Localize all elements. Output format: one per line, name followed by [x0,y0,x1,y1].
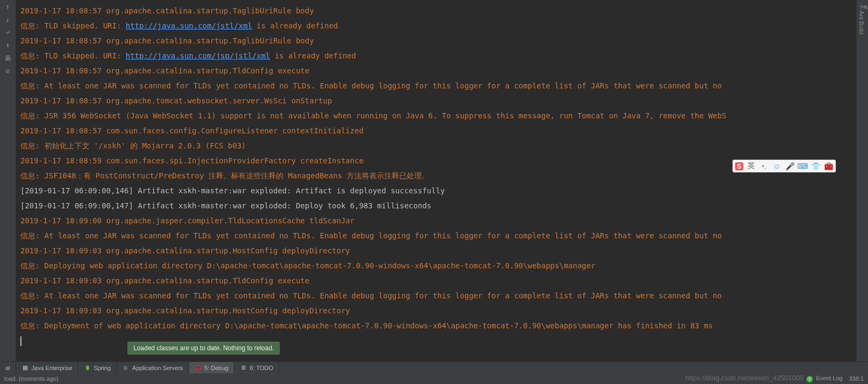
console-line: 信息: 初始化上下文 '/xskh' 的 Mojarra 2.0.3 (FCS … [20,138,852,153]
up-arrow-icon[interactable]: ↑ [4,2,12,11]
console-line: [2019-01-17 06:09:00,147] Artifact xskh-… [20,198,852,213]
console-line: 2019-1-17 18:09:03 org.apache.catalina.s… [20,273,852,288]
console-line: 2019-1-17 18:08:57 org.apache.catalina.s… [20,63,852,78]
left-gutter: ↑ ↓ ⤶ ⬇ 🖶 ⊘ [0,0,16,384]
spring-icon: ⬮ [84,364,91,372]
tab-spring[interactable]: ⬮ Spring [78,362,117,373]
sogou-icon[interactable]: S [735,162,743,170]
ime-lang-label[interactable]: 英 [746,161,756,171]
status-left: load. (moments ago) [4,375,58,382]
console-line: 2019-1-17 18:08:57 org.apache.catalina.s… [20,3,852,18]
servers-icon: ⛭ [122,364,130,372]
console-line: 信息: TLD skipped. URI: http://java.sun.co… [20,18,852,33]
down-arrow-icon[interactable]: ↓ [4,15,12,24]
console-line: [2019-01-17 06:09:00,146] Artifact xskh-… [20,183,852,198]
tab-debug[interactable]: 🐞 5: Debug [189,362,235,373]
ime-skin-icon[interactable]: 👕 [811,161,820,171]
ime-toolbar[interactable]: S 英 •, ☺ 🎤 ⌨ 👕 🧰 [732,160,836,172]
todo-icon: ≣ [240,364,247,372]
console-line: 2019-1-17 18:08:57 com.sun.faces.config.… [20,123,852,138]
ime-toolbox-icon[interactable]: 🧰 [824,161,833,171]
print-icon[interactable]: 🖶 [4,54,12,62]
console-line: 2019-1-17 18:09:03 org.apache.catalina.s… [20,303,852,318]
event-log-button[interactable]: 1 Event Log [806,375,843,382]
ime-emoji-icon[interactable]: ☺ [772,161,782,171]
tab-application-servers[interactable]: ⛭ Application Servers [117,362,189,373]
console-line: 2019-1-17 18:08:59 com.sun.faces.spi.Inj… [20,153,852,168]
console-line: 信息: At least one JAR was scanned for TLD… [20,288,852,303]
console-line: 信息: At least one JAR was scanned for TLD… [20,228,852,243]
wrap-icon[interactable]: ⤶ [4,28,12,36]
java-ee-icon: ▦ [21,364,29,372]
right-sidebar: 🐜 Ant Build [856,0,868,384]
bottom-tool-tabs: al ▦ Java Enterprise ⬮ Spring ⛭ Applicat… [0,362,868,373]
console-line: 2019-1-17 18:08:57 org.apache.catalina.s… [20,33,852,48]
ant-build-icon[interactable]: 🐜 [859,2,866,10]
console-line: 2019-1-17 18:08:57 org.apache.tomcat.web… [20,93,852,108]
ant-build-label[interactable]: Ant Build [858,11,865,34]
reload-tooltip: Loaded classes are up to date. Nothing t… [128,342,280,355]
console-line: 信息: At least one JAR was scanned for TLD… [20,78,852,93]
console-output[interactable]: 2019-1-17 18:08:57 org.apache.catalina.s… [16,0,856,384]
tab-terminal[interactable]: al [0,362,16,373]
console-line: 信息: JSF1048：有 PostConstruct/PreDestroy 注… [20,168,852,183]
console-line: 信息: Deploying web application directory … [20,258,852,273]
cursor-position: 338:1 [849,375,864,382]
ime-mic-icon[interactable]: 🎤 [785,161,795,171]
clear-icon[interactable]: ⊘ [4,66,12,75]
event-log-badge-icon: 1 [806,376,813,382]
debug-icon: 🐞 [194,364,202,372]
console-link[interactable]: http://java.sun.com/jsp/jstl/xml [126,51,271,60]
ime-punct-icon[interactable]: •, [759,161,769,171]
console-line: 信息: JSR 356 WebSocket (Java WebSocket 1.… [20,108,852,123]
console-link[interactable]: http://java.sun.com/jstl/xml [126,21,252,30]
console-line: 信息: TLD skipped. URI: http://java.sun.co… [20,48,852,63]
export-icon[interactable]: ⬇ [4,41,12,49]
tab-java-enterprise[interactable]: ▦ Java Enterprise [16,362,78,373]
tab-todo[interactable]: ≣ 6: TODO [234,362,279,373]
console-line: 2019-1-17 18:09:03 org.apache.catalina.s… [20,243,852,258]
ime-keyboard-icon[interactable]: ⌨ [798,161,807,171]
console-line: 信息: Deployment of web application direct… [20,318,852,333]
watermark: https://blog.csdn.net/weixin_42501009 [685,374,804,382]
console-line: 2019-1-17 18:09:00 org.apache.jasper.com… [20,213,852,228]
